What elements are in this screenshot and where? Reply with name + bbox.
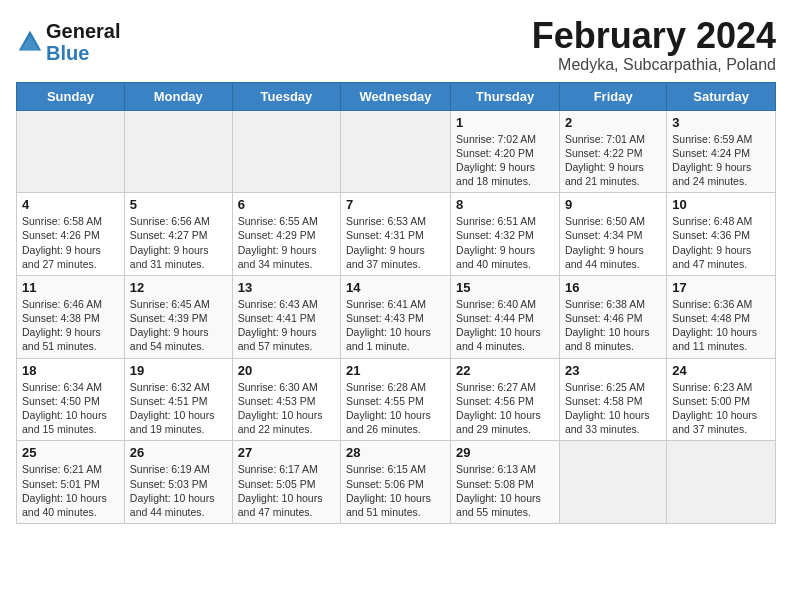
calendar-cell: 10Sunrise: 6:48 AMSunset: 4:36 PMDayligh… bbox=[667, 193, 776, 276]
day-info: Sunrise: 6:36 AMSunset: 4:48 PMDaylight:… bbox=[672, 297, 770, 354]
day-info: Sunrise: 7:02 AMSunset: 4:20 PMDaylight:… bbox=[456, 132, 554, 189]
day-info: Sunrise: 6:46 AMSunset: 4:38 PMDaylight:… bbox=[22, 297, 119, 354]
calendar-cell: 14Sunrise: 6:41 AMSunset: 4:43 PMDayligh… bbox=[341, 275, 451, 358]
calendar-header: SundayMondayTuesdayWednesdayThursdayFrid… bbox=[17, 82, 776, 110]
calendar-cell: 3Sunrise: 6:59 AMSunset: 4:24 PMDaylight… bbox=[667, 110, 776, 193]
calendar-cell: 5Sunrise: 6:56 AMSunset: 4:27 PMDaylight… bbox=[124, 193, 232, 276]
day-number: 15 bbox=[456, 280, 554, 295]
calendar-cell: 21Sunrise: 6:28 AMSunset: 4:55 PMDayligh… bbox=[341, 358, 451, 441]
day-info: Sunrise: 6:50 AMSunset: 4:34 PMDaylight:… bbox=[565, 214, 661, 271]
day-number: 8 bbox=[456, 197, 554, 212]
day-number: 18 bbox=[22, 363, 119, 378]
day-number: 14 bbox=[346, 280, 445, 295]
day-number: 13 bbox=[238, 280, 335, 295]
calendar-cell: 7Sunrise: 6:53 AMSunset: 4:31 PMDaylight… bbox=[341, 193, 451, 276]
calendar-body: 1Sunrise: 7:02 AMSunset: 4:20 PMDaylight… bbox=[17, 110, 776, 523]
day-info: Sunrise: 6:40 AMSunset: 4:44 PMDaylight:… bbox=[456, 297, 554, 354]
day-info: Sunrise: 6:25 AMSunset: 4:58 PMDaylight:… bbox=[565, 380, 661, 437]
calendar-cell bbox=[667, 441, 776, 524]
calendar-table: SundayMondayTuesdayWednesdayThursdayFrid… bbox=[16, 82, 776, 524]
day-of-week-header: Friday bbox=[559, 82, 666, 110]
calendar-week-row: 25Sunrise: 6:21 AMSunset: 5:01 PMDayligh… bbox=[17, 441, 776, 524]
day-info: Sunrise: 6:48 AMSunset: 4:36 PMDaylight:… bbox=[672, 214, 770, 271]
calendar-cell bbox=[232, 110, 340, 193]
day-info: Sunrise: 6:43 AMSunset: 4:41 PMDaylight:… bbox=[238, 297, 335, 354]
day-number: 16 bbox=[565, 280, 661, 295]
day-info: Sunrise: 6:23 AMSunset: 5:00 PMDaylight:… bbox=[672, 380, 770, 437]
calendar-week-row: 4Sunrise: 6:58 AMSunset: 4:26 PMDaylight… bbox=[17, 193, 776, 276]
day-info: Sunrise: 6:34 AMSunset: 4:50 PMDaylight:… bbox=[22, 380, 119, 437]
day-info: Sunrise: 6:51 AMSunset: 4:32 PMDaylight:… bbox=[456, 214, 554, 271]
calendar-cell: 26Sunrise: 6:19 AMSunset: 5:03 PMDayligh… bbox=[124, 441, 232, 524]
calendar-cell: 1Sunrise: 7:02 AMSunset: 4:20 PMDaylight… bbox=[451, 110, 560, 193]
day-number: 4 bbox=[22, 197, 119, 212]
day-info: Sunrise: 6:13 AMSunset: 5:08 PMDaylight:… bbox=[456, 462, 554, 519]
logo-icon bbox=[16, 28, 44, 56]
day-number: 26 bbox=[130, 445, 227, 460]
day-number: 2 bbox=[565, 115, 661, 130]
title-block: February 2024 Medyka, Subcarpathia, Pola… bbox=[532, 16, 776, 74]
day-of-week-header: Monday bbox=[124, 82, 232, 110]
calendar-cell bbox=[341, 110, 451, 193]
calendar-cell: 22Sunrise: 6:27 AMSunset: 4:56 PMDayligh… bbox=[451, 358, 560, 441]
day-number: 28 bbox=[346, 445, 445, 460]
day-number: 3 bbox=[672, 115, 770, 130]
day-number: 23 bbox=[565, 363, 661, 378]
day-of-week-header: Tuesday bbox=[232, 82, 340, 110]
day-number: 12 bbox=[130, 280, 227, 295]
day-number: 19 bbox=[130, 363, 227, 378]
day-number: 29 bbox=[456, 445, 554, 460]
day-info: Sunrise: 6:38 AMSunset: 4:46 PMDaylight:… bbox=[565, 297, 661, 354]
day-info: Sunrise: 6:17 AMSunset: 5:05 PMDaylight:… bbox=[238, 462, 335, 519]
calendar-cell: 6Sunrise: 6:55 AMSunset: 4:29 PMDaylight… bbox=[232, 193, 340, 276]
day-of-week-header: Sunday bbox=[17, 82, 125, 110]
calendar-cell: 29Sunrise: 6:13 AMSunset: 5:08 PMDayligh… bbox=[451, 441, 560, 524]
calendar-cell: 23Sunrise: 6:25 AMSunset: 4:58 PMDayligh… bbox=[559, 358, 666, 441]
day-info: Sunrise: 6:41 AMSunset: 4:43 PMDaylight:… bbox=[346, 297, 445, 354]
calendar-cell bbox=[559, 441, 666, 524]
calendar-cell: 19Sunrise: 6:32 AMSunset: 4:51 PMDayligh… bbox=[124, 358, 232, 441]
calendar-cell: 2Sunrise: 7:01 AMSunset: 4:22 PMDaylight… bbox=[559, 110, 666, 193]
page-header: General Blue February 2024 Medyka, Subca… bbox=[16, 16, 776, 74]
calendar-week-row: 11Sunrise: 6:46 AMSunset: 4:38 PMDayligh… bbox=[17, 275, 776, 358]
day-info: Sunrise: 6:55 AMSunset: 4:29 PMDaylight:… bbox=[238, 214, 335, 271]
day-number: 25 bbox=[22, 445, 119, 460]
calendar-cell: 4Sunrise: 6:58 AMSunset: 4:26 PMDaylight… bbox=[17, 193, 125, 276]
day-of-week-header: Saturday bbox=[667, 82, 776, 110]
day-info: Sunrise: 6:58 AMSunset: 4:26 PMDaylight:… bbox=[22, 214, 119, 271]
day-number: 10 bbox=[672, 197, 770, 212]
logo-blue: Blue bbox=[46, 42, 89, 64]
day-info: Sunrise: 6:53 AMSunset: 4:31 PMDaylight:… bbox=[346, 214, 445, 271]
day-of-week-header: Wednesday bbox=[341, 82, 451, 110]
day-info: Sunrise: 6:19 AMSunset: 5:03 PMDaylight:… bbox=[130, 462, 227, 519]
calendar-cell: 28Sunrise: 6:15 AMSunset: 5:06 PMDayligh… bbox=[341, 441, 451, 524]
day-number: 20 bbox=[238, 363, 335, 378]
day-info: Sunrise: 6:21 AMSunset: 5:01 PMDaylight:… bbox=[22, 462, 119, 519]
days-of-week-row: SundayMondayTuesdayWednesdayThursdayFrid… bbox=[17, 82, 776, 110]
day-number: 1 bbox=[456, 115, 554, 130]
calendar-cell: 16Sunrise: 6:38 AMSunset: 4:46 PMDayligh… bbox=[559, 275, 666, 358]
calendar-cell bbox=[17, 110, 125, 193]
day-info: Sunrise: 6:32 AMSunset: 4:51 PMDaylight:… bbox=[130, 380, 227, 437]
calendar-week-row: 18Sunrise: 6:34 AMSunset: 4:50 PMDayligh… bbox=[17, 358, 776, 441]
day-info: Sunrise: 6:59 AMSunset: 4:24 PMDaylight:… bbox=[672, 132, 770, 189]
day-number: 21 bbox=[346, 363, 445, 378]
calendar-cell bbox=[124, 110, 232, 193]
logo-general: General bbox=[46, 20, 120, 42]
calendar-cell: 12Sunrise: 6:45 AMSunset: 4:39 PMDayligh… bbox=[124, 275, 232, 358]
day-of-week-header: Thursday bbox=[451, 82, 560, 110]
day-info: Sunrise: 6:15 AMSunset: 5:06 PMDaylight:… bbox=[346, 462, 445, 519]
logo: General Blue bbox=[16, 20, 120, 64]
day-info: Sunrise: 6:28 AMSunset: 4:55 PMDaylight:… bbox=[346, 380, 445, 437]
calendar-subtitle: Medyka, Subcarpathia, Poland bbox=[532, 56, 776, 74]
calendar-cell: 25Sunrise: 6:21 AMSunset: 5:01 PMDayligh… bbox=[17, 441, 125, 524]
day-number: 24 bbox=[672, 363, 770, 378]
calendar-cell: 15Sunrise: 6:40 AMSunset: 4:44 PMDayligh… bbox=[451, 275, 560, 358]
day-number: 17 bbox=[672, 280, 770, 295]
calendar-cell: 18Sunrise: 6:34 AMSunset: 4:50 PMDayligh… bbox=[17, 358, 125, 441]
day-info: Sunrise: 6:56 AMSunset: 4:27 PMDaylight:… bbox=[130, 214, 227, 271]
calendar-title: February 2024 bbox=[532, 16, 776, 56]
calendar-cell: 27Sunrise: 6:17 AMSunset: 5:05 PMDayligh… bbox=[232, 441, 340, 524]
calendar-cell: 9Sunrise: 6:50 AMSunset: 4:34 PMDaylight… bbox=[559, 193, 666, 276]
calendar-cell: 13Sunrise: 6:43 AMSunset: 4:41 PMDayligh… bbox=[232, 275, 340, 358]
